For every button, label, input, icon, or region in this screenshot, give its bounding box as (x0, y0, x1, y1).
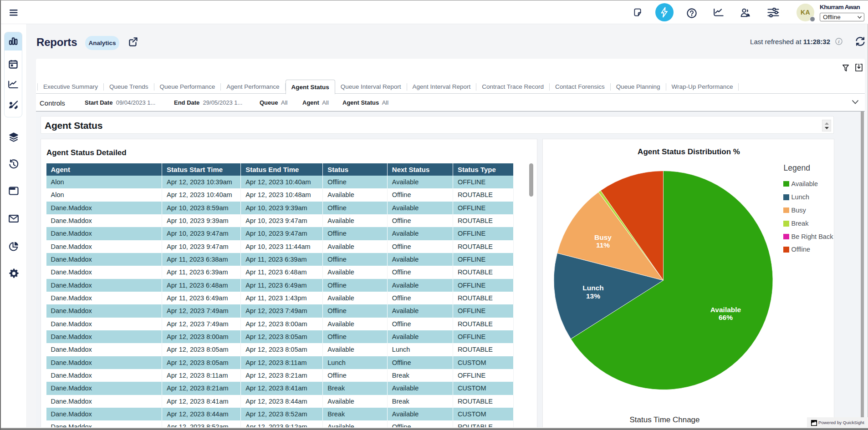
svg-text:i: i (838, 39, 840, 44)
